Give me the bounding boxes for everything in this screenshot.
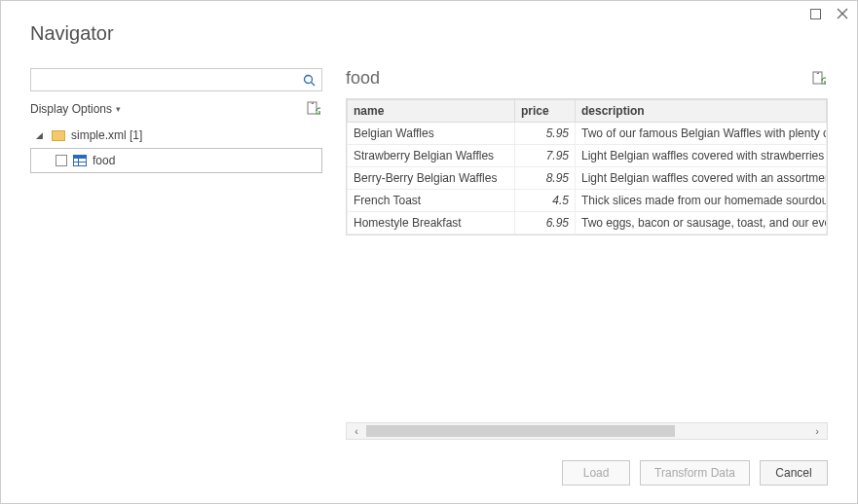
svg-line-4	[312, 82, 316, 86]
folder-icon	[52, 130, 65, 141]
cell-name: Belgian Waffles	[348, 123, 515, 145]
maximize-icon[interactable]	[808, 7, 822, 20]
search-input[interactable]	[37, 72, 303, 88]
cell-name: Homestyle Breakfast	[348, 212, 515, 234]
col-header-description[interactable]: description	[576, 100, 827, 123]
scroll-right-icon[interactable]: ›	[807, 425, 827, 437]
preview-table: name price description Belgian Waffles5.…	[347, 99, 827, 234]
col-header-price[interactable]: price	[515, 100, 576, 123]
close-icon[interactable]	[836, 7, 849, 20]
cell-description: Two eggs, bacon or sausage, toast, and o…	[576, 212, 827, 234]
cancel-button[interactable]: Cancel	[760, 460, 828, 486]
scroll-left-icon[interactable]: ‹	[347, 425, 366, 437]
source-tree: ◢ simple.xml [1] food	[30, 123, 322, 173]
tree-root-label: simple.xml [1]	[71, 128, 142, 142]
cell-description: Light Belgian waffles covered with an as…	[576, 167, 827, 190]
navigator-pane: Display Options ▾ ◢ simple.xml [1] food	[30, 68, 322, 440]
cell-description: Thick slices made from our homemade sour…	[576, 190, 827, 212]
tree-child-label: food	[93, 154, 115, 167]
refresh-icon[interactable]	[307, 101, 320, 117]
preview-title: food	[346, 68, 380, 89]
col-header-name[interactable]: name	[348, 100, 515, 123]
cell-name: Berry-Berry Belgian Waffles	[348, 167, 515, 190]
cell-description: Two of our famous Belgian Waffles with p…	[576, 123, 827, 145]
display-options-dropdown[interactable]: Display Options ▾	[30, 102, 121, 116]
transform-data-button[interactable]: Transform Data	[640, 460, 750, 486]
table-header-row: name price description	[348, 100, 827, 123]
tree-child-item[interactable]: food	[30, 148, 322, 173]
table-row[interactable]: Berry-Berry Belgian Waffles8.95Light Bel…	[348, 167, 827, 190]
svg-point-3	[305, 75, 313, 83]
preview-refresh-icon[interactable]	[812, 71, 826, 87]
scroll-track[interactable]	[366, 423, 807, 439]
tree-checkbox[interactable]	[56, 155, 67, 166]
search-icon[interactable]	[303, 74, 316, 87]
dialog-buttons: Load Transform Data Cancel	[562, 460, 828, 486]
load-button[interactable]: Load	[562, 460, 630, 486]
cell-name: French Toast	[348, 190, 515, 212]
display-options-label: Display Options	[30, 102, 112, 116]
cell-name: Strawberry Belgian Waffles	[348, 145, 515, 167]
search-input-wrap[interactable]	[30, 68, 322, 91]
cell-price: 5.95	[515, 123, 576, 145]
cell-price: 8.95	[515, 167, 576, 190]
cell-price: 7.95	[515, 145, 576, 167]
table-row[interactable]: French Toast4.5Thick slices made from ou…	[348, 190, 827, 212]
chevron-down-icon: ▾	[116, 104, 121, 114]
table-row[interactable]: Strawberry Belgian Waffles7.95Light Belg…	[348, 145, 827, 167]
horizontal-scrollbar[interactable]: ‹ ›	[346, 422, 828, 440]
preview-pane: food name price description Belgian Waff…	[346, 68, 828, 440]
table-row[interactable]: Belgian Waffles5.95Two of our famous Bel…	[348, 123, 827, 145]
cell-price: 4.5	[515, 190, 576, 212]
table-icon	[73, 155, 87, 166]
tree-root-item[interactable]: ◢ simple.xml [1]	[30, 123, 322, 148]
scroll-thumb[interactable]	[366, 425, 675, 437]
svg-rect-0	[810, 9, 820, 18]
table-row[interactable]: Homestyle Breakfast6.95Two eggs, bacon o…	[348, 212, 827, 234]
cell-description: Light Belgian waffles covered with straw…	[576, 145, 827, 167]
cell-price: 6.95	[515, 212, 576, 234]
page-title: Navigator	[30, 22, 828, 45]
collapse-icon[interactable]: ◢	[36, 130, 46, 140]
